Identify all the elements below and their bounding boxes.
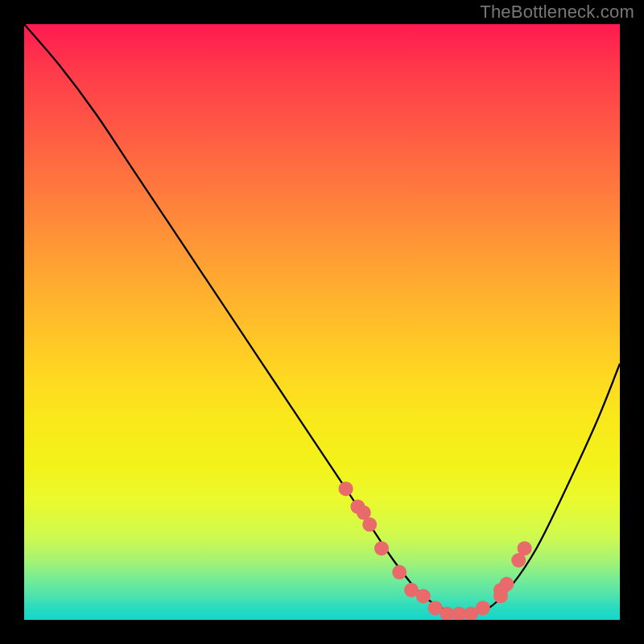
highlight-dot [476, 601, 490, 615]
curve-layer [24, 24, 620, 620]
highlight-dot [374, 541, 389, 555]
highlight-dot [392, 565, 407, 580]
highlight-dot [499, 577, 514, 592]
watermark-text: TheBottleneck.com [480, 2, 634, 23]
highlight-dot [339, 481, 353, 496]
highlight-dot [416, 588, 431, 603]
plot-area [24, 24, 620, 620]
highlight-dot [518, 541, 532, 555]
highlight-dots [339, 481, 532, 620]
bottleneck-curve [24, 24, 620, 614]
highlight-dot [362, 518, 377, 532]
chart-frame: TheBottleneck.com [0, 0, 644, 644]
